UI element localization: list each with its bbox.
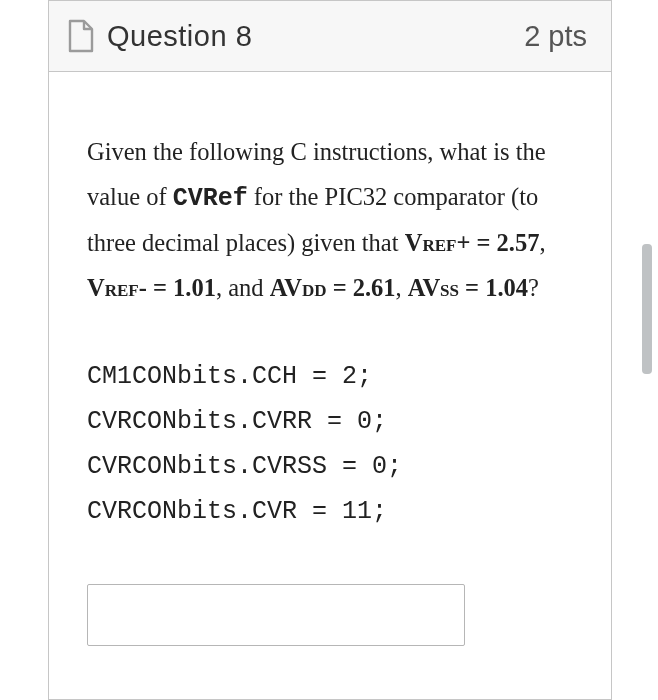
vrefp-label: Vref+ [405,229,471,256]
question-card: Question 8 2 pts Given the following C i… [48,0,612,700]
question-prompt: Given the following C instructions, what… [87,130,571,310]
question-body: Given the following C instructions, what… [49,72,611,686]
answer-input[interactable] [87,584,465,646]
avdd-label: AVdd [270,274,327,301]
code-line: CM1CONbits.CCH = 2; [87,354,571,399]
vrefp-value: = 2.57 [470,229,539,256]
code-block: CM1CONbits.CCH = 2; CVRCONbits.CVRR = 0;… [87,354,571,534]
prompt-text: , [539,229,545,256]
avdd-value: = 2.61 [327,274,396,301]
document-icon [67,19,95,53]
code-line: CVRCONbits.CVR = 11; [87,489,571,534]
prompt-text: , [396,274,408,301]
scrollbar-thumb[interactable] [642,244,652,374]
vrefm-label: Vref- [87,274,147,301]
avss-value: = 1.04 [459,274,528,301]
cvref-term: CVRef [173,184,248,213]
header-left: Question 8 [67,19,252,53]
code-line: CVRCONbits.CVRSS = 0; [87,444,571,489]
vrefm-value: = 1.01 [147,274,216,301]
question-header: Question 8 2 pts [49,1,611,72]
prompt-text: , and [216,274,270,301]
code-line: CVRCONbits.CVRR = 0; [87,399,571,444]
question-points: 2 pts [524,20,587,53]
avss-label: AVss [408,274,459,301]
question-title: Question 8 [107,20,252,53]
prompt-text: ? [528,274,539,301]
